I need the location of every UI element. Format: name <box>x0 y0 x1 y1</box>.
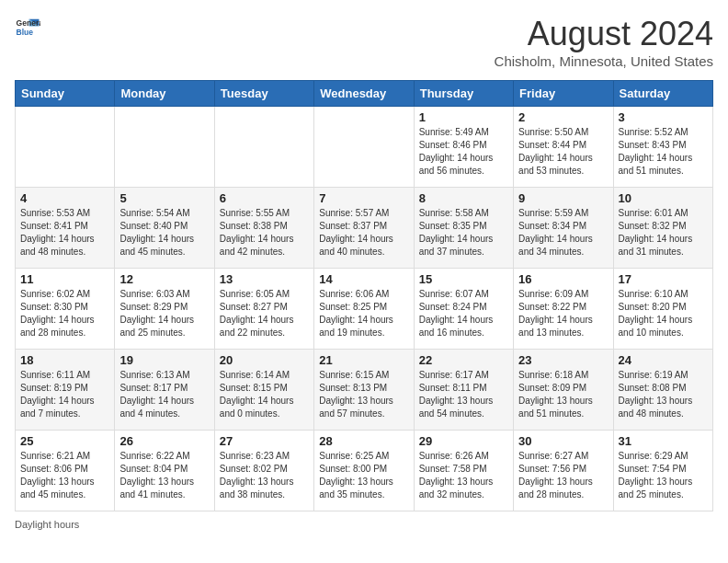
day-number: 19 <box>119 353 209 367</box>
day-info: Sunrise: 5:52 AM Sunset: 8:43 PM Dayligh… <box>619 126 708 178</box>
calendar-day-cell: 31Sunrise: 6:29 AM Sunset: 7:54 PM Dayli… <box>613 431 712 511</box>
calendar-day-cell: 14Sunrise: 6:06 AM Sunset: 8:25 PM Dayli… <box>314 269 414 350</box>
day-info: Sunrise: 6:26 AM Sunset: 7:58 PM Dayligh… <box>419 450 508 501</box>
calendar-day-cell: 16Sunrise: 6:09 AM Sunset: 8:22 PM Dayli… <box>514 269 613 350</box>
calendar-header-cell: Monday <box>115 81 214 107</box>
day-number: 23 <box>518 353 608 367</box>
day-number: 29 <box>419 434 508 448</box>
day-number: 6 <box>220 191 309 205</box>
day-info: Sunrise: 6:05 AM Sunset: 8:27 PM Dayligh… <box>220 288 309 339</box>
calendar-header-cell: Tuesday <box>214 81 313 107</box>
day-number: 17 <box>619 272 708 286</box>
day-number: 25 <box>20 434 109 448</box>
day-info: Sunrise: 6:03 AM Sunset: 8:29 PM Dayligh… <box>119 288 209 339</box>
day-info: Sunrise: 6:01 AM Sunset: 8:32 PM Dayligh… <box>619 207 708 259</box>
day-number: 5 <box>119 191 209 205</box>
day-info: Sunrise: 5:59 AM Sunset: 8:34 PM Dayligh… <box>518 207 608 259</box>
day-info: Sunrise: 5:53 AM Sunset: 8:41 PM Dayligh… <box>20 207 109 259</box>
day-info: Sunrise: 6:15 AM Sunset: 8:13 PM Dayligh… <box>319 369 408 420</box>
page-header: General Blue August 2024 Chisholm, Minne… <box>15 15 713 69</box>
logo-icon: General Blue <box>15 15 40 40</box>
calendar-header-cell: Wednesday <box>314 81 414 107</box>
calendar-header-row: SundayMondayTuesdayWednesdayThursdayFrid… <box>16 81 713 107</box>
calendar-day-cell: 13Sunrise: 6:05 AM Sunset: 8:27 PM Dayli… <box>214 269 313 350</box>
calendar-day-cell: 2Sunrise: 5:50 AM Sunset: 8:44 PM Daylig… <box>514 107 613 188</box>
day-info: Sunrise: 5:50 AM Sunset: 8:44 PM Dayligh… <box>518 126 608 178</box>
calendar-day-cell: 28Sunrise: 6:25 AM Sunset: 8:00 PM Dayli… <box>314 431 414 511</box>
calendar-week-row: 18Sunrise: 6:11 AM Sunset: 8:19 PM Dayli… <box>16 350 713 431</box>
calendar-header-cell: Sunday <box>16 81 115 107</box>
calendar-day-cell: 5Sunrise: 5:54 AM Sunset: 8:40 PM Daylig… <box>115 188 214 269</box>
day-number: 11 <box>20 272 109 286</box>
calendar-header-cell: Friday <box>514 81 613 107</box>
calendar-week-row: 4Sunrise: 5:53 AM Sunset: 8:41 PM Daylig… <box>16 188 713 269</box>
calendar-week-row: 1Sunrise: 5:49 AM Sunset: 8:46 PM Daylig… <box>16 107 713 188</box>
day-number: 13 <box>220 272 309 286</box>
day-number: 20 <box>220 353 309 367</box>
day-info: Sunrise: 6:27 AM Sunset: 7:56 PM Dayligh… <box>518 450 608 501</box>
calendar-day-cell <box>214 107 313 188</box>
day-number: 24 <box>619 353 708 367</box>
day-info: Sunrise: 6:07 AM Sunset: 8:24 PM Dayligh… <box>419 288 508 339</box>
day-number: 16 <box>518 272 608 286</box>
day-number: 9 <box>518 191 608 205</box>
day-info: Sunrise: 6:29 AM Sunset: 7:54 PM Dayligh… <box>619 450 708 501</box>
svg-text:Blue: Blue <box>17 28 34 37</box>
calendar-day-cell: 7Sunrise: 5:57 AM Sunset: 8:37 PM Daylig… <box>314 188 414 269</box>
footer-note: Daylight hours <box>15 519 713 530</box>
day-info: Sunrise: 6:02 AM Sunset: 8:30 PM Dayligh… <box>20 288 109 339</box>
calendar-header-cell: Thursday <box>414 81 513 107</box>
calendar-day-cell: 29Sunrise: 6:26 AM Sunset: 7:58 PM Dayli… <box>414 431 513 511</box>
day-number: 30 <box>518 434 608 448</box>
calendar-day-cell: 8Sunrise: 5:58 AM Sunset: 8:35 PM Daylig… <box>414 188 513 269</box>
day-info: Sunrise: 6:17 AM Sunset: 8:11 PM Dayligh… <box>419 369 508 420</box>
day-number: 3 <box>619 110 708 124</box>
calendar-day-cell: 1Sunrise: 5:49 AM Sunset: 8:46 PM Daylig… <box>414 107 513 188</box>
day-number: 12 <box>119 272 209 286</box>
day-info: Sunrise: 6:23 AM Sunset: 8:02 PM Dayligh… <box>220 450 309 501</box>
day-info: Sunrise: 6:10 AM Sunset: 8:20 PM Dayligh… <box>619 288 708 339</box>
day-number: 8 <box>419 191 508 205</box>
calendar-day-cell: 9Sunrise: 5:59 AM Sunset: 8:34 PM Daylig… <box>514 188 613 269</box>
calendar-day-cell: 11Sunrise: 6:02 AM Sunset: 8:30 PM Dayli… <box>16 269 115 350</box>
main-title: August 2024 <box>495 15 713 53</box>
subtitle: Chisholm, Minnesota, United States <box>495 53 713 69</box>
calendar-day-cell: 26Sunrise: 6:22 AM Sunset: 8:04 PM Dayli… <box>115 431 214 511</box>
day-number: 10 <box>619 191 708 205</box>
calendar-day-cell: 30Sunrise: 6:27 AM Sunset: 7:56 PM Dayli… <box>514 431 613 511</box>
logo: General Blue <box>15 15 40 40</box>
calendar-day-cell: 27Sunrise: 6:23 AM Sunset: 8:02 PM Dayli… <box>214 431 313 511</box>
day-number: 2 <box>518 110 608 124</box>
day-number: 22 <box>419 353 508 367</box>
calendar-day-cell: 23Sunrise: 6:18 AM Sunset: 8:09 PM Dayli… <box>514 350 613 431</box>
calendar-week-row: 25Sunrise: 6:21 AM Sunset: 8:06 PM Dayli… <box>16 431 713 511</box>
day-info: Sunrise: 6:11 AM Sunset: 8:19 PM Dayligh… <box>20 369 109 420</box>
day-number: 21 <box>319 353 408 367</box>
day-info: Sunrise: 6:22 AM Sunset: 8:04 PM Dayligh… <box>119 450 209 501</box>
day-number: 31 <box>619 434 708 448</box>
day-info: Sunrise: 6:14 AM Sunset: 8:15 PM Dayligh… <box>220 369 309 420</box>
day-number: 26 <box>119 434 209 448</box>
calendar-day-cell <box>16 107 115 188</box>
day-info: Sunrise: 6:13 AM Sunset: 8:17 PM Dayligh… <box>119 369 209 420</box>
day-number: 28 <box>319 434 408 448</box>
day-number: 7 <box>319 191 408 205</box>
day-info: Sunrise: 5:49 AM Sunset: 8:46 PM Dayligh… <box>419 126 508 178</box>
day-info: Sunrise: 6:06 AM Sunset: 8:25 PM Dayligh… <box>319 288 408 339</box>
day-number: 15 <box>419 272 508 286</box>
calendar-week-row: 11Sunrise: 6:02 AM Sunset: 8:30 PM Dayli… <box>16 269 713 350</box>
calendar-day-cell: 15Sunrise: 6:07 AM Sunset: 8:24 PM Dayli… <box>414 269 513 350</box>
day-number: 18 <box>20 353 109 367</box>
calendar-day-cell: 20Sunrise: 6:14 AM Sunset: 8:15 PM Dayli… <box>214 350 313 431</box>
day-number: 14 <box>319 272 408 286</box>
calendar-day-cell: 6Sunrise: 5:55 AM Sunset: 8:38 PM Daylig… <box>214 188 313 269</box>
day-number: 27 <box>220 434 309 448</box>
day-info: Sunrise: 6:19 AM Sunset: 8:08 PM Dayligh… <box>619 369 708 420</box>
calendar-day-cell: 19Sunrise: 6:13 AM Sunset: 8:17 PM Dayli… <box>115 350 214 431</box>
day-info: Sunrise: 6:21 AM Sunset: 8:06 PM Dayligh… <box>20 450 109 501</box>
calendar-header-cell: Saturday <box>613 81 712 107</box>
day-info: Sunrise: 5:58 AM Sunset: 8:35 PM Dayligh… <box>419 207 508 259</box>
day-info: Sunrise: 5:55 AM Sunset: 8:38 PM Dayligh… <box>220 207 309 259</box>
calendar-table: SundayMondayTuesdayWednesdayThursdayFrid… <box>15 80 713 511</box>
calendar-day-cell: 4Sunrise: 5:53 AM Sunset: 8:41 PM Daylig… <box>16 188 115 269</box>
